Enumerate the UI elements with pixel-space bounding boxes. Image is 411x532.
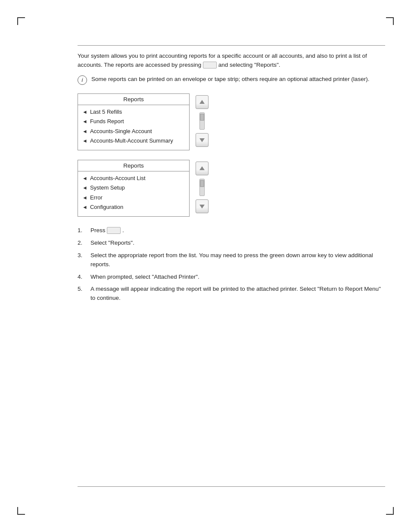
reports-box-1-items: ◄ Last 5 Refills ◄ Funds Report ◄ Accoun… bbox=[78, 105, 189, 150]
corner-mark-tl bbox=[17, 17, 25, 25]
scroll-controls-1 bbox=[196, 95, 209, 147]
scroll-controls-2 bbox=[196, 162, 209, 213]
arrow-bullet-icon: ◄ bbox=[82, 118, 87, 125]
step-2-text: Select "Reports". bbox=[90, 239, 385, 248]
list-item: ◄ Accounts-Single Account bbox=[82, 127, 185, 136]
scroll-thumb-1 bbox=[200, 114, 204, 121]
info-note-row: i Some reports can be printed on an enve… bbox=[78, 75, 385, 85]
step-4-num: 4. bbox=[78, 273, 87, 282]
content-area: Your system allows you to print accounti… bbox=[78, 52, 385, 480]
scroll-track-2 bbox=[199, 179, 205, 196]
scroll-down-key-2[interactable] bbox=[196, 199, 209, 213]
step-5-num: 5. bbox=[78, 285, 87, 294]
list-item: ◄ Configuration bbox=[82, 203, 185, 212]
step-5: 5. A message will appear indicating the … bbox=[78, 285, 385, 303]
list-item: ◄ System Setup bbox=[82, 184, 185, 192]
svg-marker-1 bbox=[199, 138, 205, 142]
reports-box-1: Reports ◄ Last 5 Refills ◄ Funds Report … bbox=[78, 93, 190, 150]
arrow-bullet-icon: ◄ bbox=[82, 128, 87, 135]
step-3-num: 3. bbox=[78, 251, 87, 260]
info-note-text: Some reports can be printed on an envelo… bbox=[91, 75, 369, 84]
reports-box-2-title: Reports bbox=[78, 160, 189, 171]
corner-mark-br bbox=[386, 507, 394, 515]
page: Your system allows you to print accounti… bbox=[0, 0, 411, 532]
key-placeholder-intro bbox=[203, 62, 217, 68]
svg-marker-0 bbox=[199, 100, 205, 104]
reports-section-2: Reports ◄ Accounts-Account List ◄ System… bbox=[78, 160, 385, 217]
item-label: Accounts-Single Account bbox=[90, 127, 152, 136]
step-2-num: 2. bbox=[78, 239, 87, 248]
scroll-thumb-2 bbox=[200, 180, 204, 187]
intro-paragraph: Your system allows you to print accounti… bbox=[78, 52, 385, 70]
item-label: Configuration bbox=[90, 203, 123, 212]
item-label: Accounts-Mult-Account Summary bbox=[90, 137, 173, 145]
rule-top bbox=[78, 45, 385, 46]
corner-mark-tr bbox=[386, 17, 394, 25]
key-placeholder-step1 bbox=[107, 227, 121, 234]
reports-box-2: Reports ◄ Accounts-Account List ◄ System… bbox=[78, 160, 190, 217]
svg-marker-3 bbox=[199, 205, 205, 208]
steps-list: 1. Press . 2. Select "Reports". 3. Selec… bbox=[78, 226, 385, 303]
step-4: 4. When prompted, select "Attached Print… bbox=[78, 273, 385, 282]
list-item: ◄ Accounts-Account List bbox=[82, 174, 185, 183]
step-4-text: When prompted, select "Attached Printer"… bbox=[90, 273, 385, 282]
item-label: Error bbox=[90, 193, 103, 202]
arrow-bullet-icon: ◄ bbox=[82, 108, 87, 116]
list-item: ◄ Error bbox=[82, 193, 185, 202]
step-1-num: 1. bbox=[78, 226, 87, 235]
step-1: 1. Press . bbox=[78, 226, 385, 235]
svg-marker-2 bbox=[199, 166, 205, 170]
list-item: ◄ Last 5 Refills bbox=[82, 108, 185, 116]
step-3: 3. Select the appropriate report from th… bbox=[78, 251, 385, 269]
rule-bottom bbox=[78, 486, 385, 487]
corner-mark-bl bbox=[17, 507, 25, 515]
arrow-bullet-icon: ◄ bbox=[82, 203, 87, 211]
item-label: Funds Report bbox=[90, 117, 124, 126]
list-item: ◄ Accounts-Mult-Account Summary bbox=[82, 137, 185, 145]
item-label: Accounts-Account List bbox=[90, 174, 146, 183]
scroll-down-key-1[interactable] bbox=[196, 133, 209, 147]
item-label: System Setup bbox=[90, 184, 125, 192]
scroll-up-key-2[interactable] bbox=[196, 162, 209, 175]
item-label: Last 5 Refills bbox=[90, 108, 122, 116]
step-5-text: A message will appear indicating the rep… bbox=[90, 285, 385, 303]
reports-section-1: Reports ◄ Last 5 Refills ◄ Funds Report … bbox=[78, 93, 385, 150]
arrow-bullet-icon: ◄ bbox=[82, 137, 87, 145]
reports-box-2-items: ◄ Accounts-Account List ◄ System Setup ◄… bbox=[78, 171, 189, 216]
step-3-text: Select the appropriate report from the l… bbox=[90, 251, 385, 269]
arrow-bullet-icon: ◄ bbox=[82, 184, 87, 192]
arrow-bullet-icon: ◄ bbox=[82, 174, 87, 182]
arrow-bullet-icon: ◄ bbox=[82, 194, 87, 202]
step-1-text: Press . bbox=[90, 226, 385, 235]
scroll-up-key-1[interactable] bbox=[196, 95, 209, 109]
list-item: ◄ Funds Report bbox=[82, 117, 185, 126]
step-2: 2. Select "Reports". bbox=[78, 239, 385, 248]
reports-box-1-title: Reports bbox=[78, 94, 189, 105]
info-icon: i bbox=[78, 75, 87, 85]
scroll-track-1 bbox=[199, 112, 205, 130]
